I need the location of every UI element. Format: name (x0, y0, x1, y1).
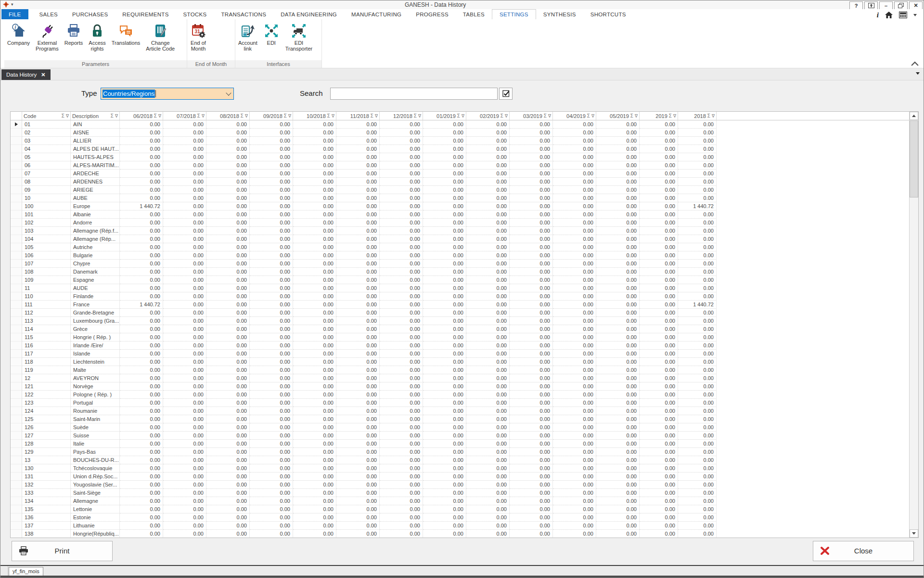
grid-cell-08-2018[interactable]: 0.00 (206, 440, 250, 448)
column-header-11-2018[interactable]: 11/2018Σ∇ (336, 112, 380, 120)
grid-cell-11-2018[interactable]: 0.00 (336, 432, 380, 440)
grid-cell-01-2019[interactable]: 0.00 (423, 415, 466, 423)
grid-cell-04-2019[interactable]: 0.00 (553, 210, 596, 219)
tab-list-arrow-icon[interactable] (916, 72, 920, 75)
grid-cell-08-2018[interactable]: 0.00 (206, 309, 250, 317)
grid-cell-2019[interactable]: 0.00 (640, 505, 678, 513)
grid-cell-08-2018[interactable]: 0.00 (206, 415, 250, 423)
grid-cell-09-2018[interactable]: 0.00 (250, 513, 293, 522)
grid-cell-07-2018[interactable]: 0.00 (163, 219, 206, 227)
grid-cell-01-2019[interactable]: 0.00 (423, 473, 466, 481)
grid-cell-description[interactable]: Italie (71, 440, 120, 448)
table-row[interactable]: 06ALPES-MARITIM...0.000.000.000.000.000.… (11, 161, 909, 170)
grid-cell-09-2018[interactable]: 0.00 (250, 530, 293, 538)
grid-cell-12-2018[interactable]: 0.00 (380, 170, 423, 178)
table-row[interactable]: 112Grande-Bretagne0.000.000.000.000.000.… (11, 309, 909, 317)
sigma-icon[interactable]: Σ (284, 113, 287, 118)
grid-cell-04-2019[interactable]: 0.00 (553, 251, 596, 260)
grid-cell-08-2018[interactable]: 0.00 (206, 210, 250, 219)
grid-cell-01-2019[interactable]: 0.00 (423, 464, 466, 473)
filter-icon[interactable]: ∇ (115, 114, 118, 118)
scroll-up-button[interactable] (910, 112, 918, 120)
grid-cell-04-2019[interactable]: 0.00 (553, 350, 596, 358)
grid-cell-code[interactable]: 117 (22, 350, 71, 358)
grid-cell-01-2019[interactable]: 0.00 (423, 276, 466, 284)
grid-cell-code[interactable]: 112 (22, 309, 71, 317)
grid-cell-12-2018[interactable]: 0.00 (380, 260, 423, 268)
grid-cell-2018[interactable]: 0.00 (678, 513, 717, 522)
grid-cell-02-2019[interactable]: 0.00 (466, 235, 510, 243)
grid-cell-description[interactable]: AUBE (71, 194, 120, 202)
grid-cell-09-2018[interactable]: 0.00 (250, 342, 293, 350)
grid-cell-02-2019[interactable]: 0.00 (466, 522, 510, 530)
grid-cell-01-2019[interactable]: 0.00 (423, 497, 466, 505)
grid-cell-03-2019[interactable]: 0.00 (510, 432, 553, 440)
grid-cell-02-2019[interactable]: 0.00 (466, 358, 510, 366)
grid-cell-08-2018[interactable]: 0.00 (206, 382, 250, 391)
grid-cell-09-2018[interactable]: 0.00 (250, 358, 293, 366)
grid-cell-08-2018[interactable]: 0.00 (206, 235, 250, 243)
grid-cell-12-2018[interactable]: 0.00 (380, 292, 423, 301)
grid-cell-2018[interactable]: 1 440.72 (678, 202, 717, 210)
grid-cell-2018[interactable]: 0.00 (678, 219, 717, 227)
grid-cell-06-2018[interactable]: 0.00 (120, 366, 163, 374)
column-header-04-2019[interactable]: 04/2019Σ∇ (553, 112, 596, 120)
grid-cell-code[interactable]: 100 (22, 202, 71, 210)
grid-cell-10-2018[interactable]: 0.00 (293, 243, 336, 251)
grid-cell-2019[interactable]: 0.00 (640, 268, 678, 276)
grid-cell-09-2018[interactable]: 0.00 (250, 497, 293, 505)
grid-cell-02-2019[interactable]: 0.00 (466, 399, 510, 407)
column-header-2019[interactable]: 2019Σ∇ (640, 112, 678, 120)
table-row[interactable]: 102Andorre0.000.000.000.000.000.000.000.… (11, 219, 909, 227)
table-row[interactable]: 134Allemagne0.000.000.000.000.000.000.00… (11, 497, 909, 505)
grid-cell-06-2018[interactable]: 0.00 (120, 374, 163, 382)
grid-cell-10-2018[interactable]: 0.00 (293, 366, 336, 374)
grid-cell-2019[interactable]: 0.00 (640, 161, 678, 170)
grid-cell-10-2018[interactable]: 0.00 (293, 325, 336, 333)
grid-cell-03-2019[interactable]: 0.00 (510, 342, 553, 350)
grid-cell-code[interactable]: 02 (22, 129, 71, 137)
grid-cell-05-2019[interactable]: 0.00 (596, 497, 640, 505)
grid-cell-12-2018[interactable]: 0.00 (380, 415, 423, 423)
grid-cell-03-2019[interactable]: 0.00 (510, 268, 553, 276)
menu-tab-progress[interactable]: PROGRESS (409, 9, 456, 19)
grid-cell-description[interactable]: Saint-Siège (71, 489, 120, 497)
grid-cell-2018[interactable]: 0.00 (678, 276, 717, 284)
grid-cell-11-2018[interactable]: 0.00 (336, 301, 380, 309)
grid-cell-2019[interactable]: 0.00 (640, 137, 678, 145)
grid-cell-10-2018[interactable]: 0.00 (293, 309, 336, 317)
grid-cell-2018[interactable]: 0.00 (678, 251, 717, 260)
grid-cell-07-2018[interactable]: 0.00 (163, 137, 206, 145)
grid-cell-10-2018[interactable]: 0.00 (293, 251, 336, 260)
grid-cell-description[interactable]: Bulgarie (71, 251, 120, 260)
grid-cell-04-2019[interactable]: 0.00 (553, 342, 596, 350)
grid-cell-description[interactable]: Autriche (71, 243, 120, 251)
grid-cell-10-2018[interactable]: 0.00 (293, 284, 336, 292)
grid-cell-03-2019[interactable]: 0.00 (510, 301, 553, 309)
grid-cell-12-2018[interactable]: 0.00 (380, 505, 423, 513)
grid-cell-06-2018[interactable]: 0.00 (120, 186, 163, 194)
grid-cell-12-2018[interactable]: 0.00 (380, 391, 423, 399)
grid-cell-description[interactable]: AVEYRON (71, 374, 120, 382)
grid-cell-01-2019[interactable]: 0.00 (423, 309, 466, 317)
grid-cell-11-2018[interactable]: 0.00 (336, 251, 380, 260)
grid-cell-06-2018[interactable]: 0.00 (120, 415, 163, 423)
grid-cell-06-2018[interactable]: 0.00 (120, 284, 163, 292)
grid-cell-02-2019[interactable]: 0.00 (466, 129, 510, 137)
grid-cell-07-2018[interactable]: 0.00 (163, 513, 206, 522)
grid-cell-code[interactable]: 101 (22, 210, 71, 219)
grid-cell-05-2019[interactable]: 0.00 (596, 530, 640, 538)
grid-cell-09-2018[interactable]: 0.00 (250, 137, 293, 145)
grid-cell-code[interactable]: 08 (22, 178, 71, 186)
grid-cell-03-2019[interactable]: 0.00 (510, 243, 553, 251)
filter-icon[interactable]: ∇ (712, 114, 715, 118)
grid-cell-05-2019[interactable]: 0.00 (596, 399, 640, 407)
grid-cell-05-2019[interactable]: 0.00 (596, 350, 640, 358)
grid-cell-05-2019[interactable]: 0.00 (596, 227, 640, 235)
grid-cell-01-2019[interactable]: 0.00 (423, 235, 466, 243)
grid-cell-03-2019[interactable]: 0.00 (510, 374, 553, 382)
grid-cell-05-2019[interactable]: 0.00 (596, 276, 640, 284)
grid-cell-06-2018[interactable]: 0.00 (120, 473, 163, 481)
grid-cell-description[interactable]: Chypre (71, 260, 120, 268)
grid-cell-06-2018[interactable]: 0.00 (120, 219, 163, 227)
